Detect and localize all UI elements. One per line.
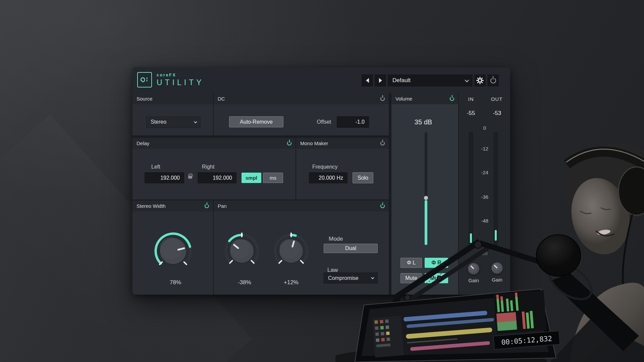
section-mono-maker: Mono Maker Frequency 20.000 Hz Solo xyxy=(296,138,389,199)
section-title: Stereo Width xyxy=(137,203,166,209)
section-source: Source Stereo xyxy=(132,93,213,135)
section-delay: Delay Left Right 192.000 192.000 smpl ms xyxy=(132,138,296,199)
delay-unit-ms-button[interactable]: ms xyxy=(263,173,283,183)
preset-name: Default xyxy=(392,77,411,84)
meter-out-label: OUT xyxy=(491,96,503,102)
frequency-field[interactable]: 20.000 Hz xyxy=(309,172,347,183)
daw-timecode: 00:05:12,832 xyxy=(501,335,552,347)
power-icon[interactable] xyxy=(380,141,385,145)
meter-scale-tick: -12 xyxy=(481,146,488,152)
section-volume: Volume 35 dB Φ L Φ R Mute Mute xyxy=(391,93,458,295)
section-pan: Pan -38% xyxy=(214,200,389,295)
section-stereo-width: Stereo Width 78% xyxy=(132,200,213,295)
delay-unit-smpl-button[interactable]: smpl xyxy=(241,173,261,183)
chevron-down-icon xyxy=(194,120,197,123)
volume-slider-fill xyxy=(425,200,427,245)
settings-button[interactable] xyxy=(474,74,486,86)
brand-logo: coreFX UTILITY xyxy=(137,72,204,87)
dc-offset-field[interactable]: -1.0 xyxy=(337,116,369,128)
power-icon[interactable] xyxy=(205,204,209,208)
plugin-window: coreFX UTILITY Default xyxy=(132,67,510,295)
meter-scale-tick: 0 xyxy=(483,125,486,131)
source-select[interactable]: Stereo xyxy=(146,116,201,128)
pan-right-value: +12% xyxy=(284,279,299,286)
pan-law-select[interactable]: Compromise xyxy=(324,273,378,284)
power-icon[interactable] xyxy=(450,97,454,101)
power-icon[interactable] xyxy=(380,97,385,101)
dc-offset-label: Offset xyxy=(298,119,331,125)
brand-name-small: coreFX xyxy=(157,73,204,77)
preset-bar: Default xyxy=(362,74,499,86)
output-meter-fill xyxy=(495,230,497,241)
phase-right-button[interactable]: Φ R xyxy=(425,258,448,268)
volume-value: 35 dB xyxy=(415,118,432,126)
stereo-width-knob[interactable] xyxy=(153,231,193,271)
meter-in-label: IN xyxy=(468,96,474,102)
input-meter-fill xyxy=(470,233,472,243)
pan-left-knob[interactable] xyxy=(223,233,260,269)
left-arrow-icon xyxy=(366,78,369,83)
right-arrow-icon xyxy=(379,78,382,83)
pan-mode-button[interactable]: Dual xyxy=(324,244,378,253)
output-gain-label: Gain xyxy=(492,277,502,283)
mute-left-button[interactable]: Mute xyxy=(400,273,422,283)
section-dc: DC Auto-Remove Offset -1.0 xyxy=(214,93,389,135)
meter-in-value: -55 xyxy=(467,110,475,117)
meter-scale-tick: -48 xyxy=(481,218,488,224)
section-title: Volume xyxy=(395,96,412,102)
section-title: DC xyxy=(218,96,225,102)
meter-scale-tick: -36 xyxy=(481,194,488,200)
source-value: Stereo xyxy=(151,119,166,125)
delay-left-label: Left xyxy=(151,164,160,170)
chevron-down-icon xyxy=(465,78,469,82)
pan-law-value: Compromise xyxy=(328,275,359,281)
volume-slider[interactable] xyxy=(425,132,427,245)
delay-right-field[interactable]: 192.000 xyxy=(198,172,236,183)
preset-prev-button[interactable] xyxy=(362,74,373,86)
gear-icon xyxy=(476,77,484,84)
stereo-width-value: 78% xyxy=(170,279,181,286)
power-icon[interactable] xyxy=(380,204,385,208)
power-icon xyxy=(490,78,496,83)
phase-left-button[interactable]: Φ L xyxy=(400,258,422,268)
frequency-label: Frequency xyxy=(312,164,338,170)
solo-button[interactable]: Solo xyxy=(353,172,373,183)
pan-left-value: -38% xyxy=(238,279,251,286)
desktop: { "colors": { "accent": "#63e6c5", "acce… xyxy=(0,0,644,362)
sine-wave-logo-icon xyxy=(137,72,152,87)
vocalist-silhouette xyxy=(550,133,644,362)
delay-right-label: Right xyxy=(202,164,214,170)
plugin-power-button[interactable] xyxy=(487,74,499,86)
laptop-daw-screen: 00:05:12,832 xyxy=(335,289,560,362)
preset-select[interactable]: Default xyxy=(388,74,473,86)
output-gain-knob[interactable] xyxy=(491,262,503,274)
lock-icon[interactable] xyxy=(188,176,192,179)
pan-mode-label: Mode xyxy=(329,236,343,242)
input-meter xyxy=(469,132,473,245)
mute-right-button[interactable]: Mute xyxy=(425,273,448,283)
title-bar: coreFX UTILITY Default xyxy=(132,67,510,93)
delay-left-field[interactable]: 192.000 xyxy=(145,172,184,183)
pan-right-knob[interactable] xyxy=(273,233,310,269)
chevron-down-icon xyxy=(371,276,374,279)
section-title: Pan xyxy=(218,203,227,209)
plugin-title: UTILITY xyxy=(157,78,204,87)
meter-scale-tick: -24 xyxy=(481,170,488,175)
volume-slider-handle[interactable] xyxy=(424,196,428,200)
dc-auto-remove-button[interactable]: Auto-Remove xyxy=(229,116,283,127)
microphone xyxy=(536,235,639,351)
preset-next-button[interactable] xyxy=(375,74,386,86)
output-meter xyxy=(494,132,498,245)
meter-scale-unit: dB xyxy=(482,250,488,256)
input-gain-knob[interactable] xyxy=(468,263,479,275)
meters-panel: IN OUT -55 -53 0 -12 -24 -36 -48 -60 dB … xyxy=(459,93,510,295)
meter-scale-tick: -60 xyxy=(481,241,488,247)
section-title: Delay xyxy=(137,140,149,146)
input-gain-label: Gain xyxy=(468,278,479,283)
meter-out-value: -53 xyxy=(493,110,501,117)
power-icon[interactable] xyxy=(287,141,291,145)
section-title: Source xyxy=(137,96,153,102)
section-title: Mono Maker xyxy=(300,140,328,146)
